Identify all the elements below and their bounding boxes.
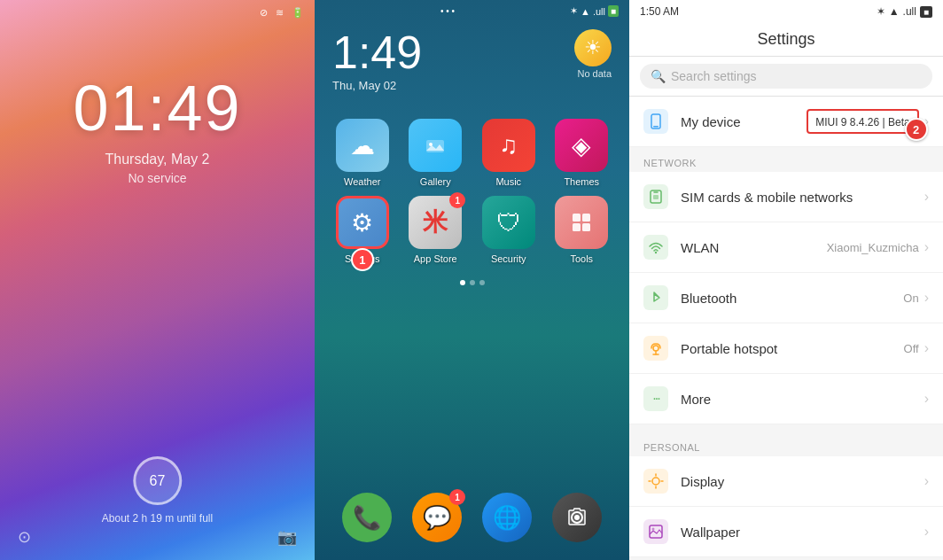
app-item-themes[interactable]: ◈ Themes	[548, 119, 617, 187]
app-item-security[interactable]: 🛡 Security	[474, 196, 543, 264]
weather-sun-icon: ☀	[574, 29, 612, 66]
more-label: More	[681, 392, 924, 407]
home-status-center: • • •	[440, 6, 455, 16]
app-label-gallery: Gallery	[420, 176, 451, 187]
settings-row-display[interactable]: Display ›	[629, 456, 943, 507]
app-item-tools[interactable]: Tools	[548, 196, 617, 264]
wallpaper-icon	[643, 519, 668, 544]
dot-2	[470, 280, 475, 285]
version-wrapper: MIUI 9 8.4.26 | Beta 2	[807, 109, 924, 134]
wlan-icon	[643, 235, 668, 260]
lock-quick-icons: ⊙ 📷	[0, 527, 315, 547]
app-item-music[interactable]: ♫ Music	[474, 119, 543, 187]
app-icon-tools	[555, 196, 608, 249]
svg-point-16	[652, 478, 659, 485]
more-icon: ···	[643, 386, 668, 411]
app-icon-themes: ◈	[555, 119, 608, 172]
dock-row: 📞 💬 1 🌐	[315, 493, 629, 542]
lock-content: 01:49 Thursday, May 2 No service	[0, 19, 315, 185]
dot-3	[479, 280, 485, 285]
app-label-security: Security	[491, 253, 526, 264]
settings-time: 1:50 AM	[640, 5, 679, 18]
messages-badge: 1	[449, 489, 465, 505]
hotspot-chevron: ›	[924, 340, 929, 356]
dock-icon-messages: 💬 1	[412, 493, 462, 542]
home-wifi-icon: ▲	[581, 6, 590, 17]
settings-screen: 1:50 AM ✶ ▲ .ull ■ Settings 🔍 Search set…	[629, 0, 943, 560]
settings-battery-icon: ■	[920, 6, 932, 18]
dock-icon-phone: 📞	[342, 493, 392, 542]
app-icon-gallery	[409, 119, 462, 172]
settings-signal-icon: .ull	[903, 5, 916, 18]
version-text: MIUI 9 8.4.26 | Beta	[815, 116, 910, 128]
home-screen: • • • ✶ ▲ .ull ■ 1:49 Thu, May 02 ☀ No d…	[315, 0, 629, 560]
app-grid: ☁ Weather Gallery ♫ Music ◈ Themes ⚙ 1 S…	[315, 92, 629, 264]
home-bt-icon: ✶	[570, 5, 578, 17]
my-device-label: My device	[681, 114, 807, 129]
svg-rect-9	[653, 126, 659, 128]
weather-status: No data	[577, 68, 612, 79]
app-item-appstore[interactable]: 米 1 App Store	[401, 196, 471, 264]
section-header-network: NETWORK	[629, 147, 943, 172]
app-label-tools: Tools	[570, 253, 593, 264]
search-bar-container[interactable]: 🔍 Search settings	[629, 57, 943, 97]
settings-row-sim[interactable]: SIM cards & mobile networks ›	[629, 172, 943, 222]
lock-bottom-section: 67 About 2 h 19 m until full	[102, 456, 213, 525]
settings-row-wallpaper[interactable]: Wallpaper ›	[629, 507, 943, 557]
charge-text: About 2 h 19 m until full	[102, 512, 213, 525]
bluetooth-label: Bluetooth	[681, 291, 903, 306]
lock-time: 01:49	[73, 72, 241, 144]
settings-row-hotspot[interactable]: Portable hotspot Off ›	[629, 323, 943, 374]
dock-item-camera[interactable]	[552, 493, 602, 542]
dock-item-messages[interactable]: 💬 1	[412, 493, 462, 542]
home-signal-icon: .ull	[593, 6, 605, 17]
lock-camera-icon: 📷	[277, 527, 297, 547]
svg-rect-4	[573, 223, 581, 231]
lock-status-bar: ⊘ ≋ 🔋	[0, 0, 315, 19]
section-header-personal: PERSONAL	[629, 432, 943, 456]
svg-point-13	[653, 346, 659, 351]
home-date: Thu, May 02	[332, 79, 422, 92]
settings-status-bar: 1:50 AM ✶ ▲ .ull ■	[629, 0, 943, 23]
home-status-dots: • • •	[440, 6, 455, 16]
step1-badge: 1	[351, 248, 374, 271]
wlan-label: WLAN	[681, 240, 827, 255]
home-status-right: ✶ ▲ .ull ■	[570, 5, 619, 17]
sim-icon	[643, 184, 668, 209]
wlan-chevron: ›	[924, 239, 929, 255]
svg-rect-5	[582, 223, 590, 231]
lock-date: Thursday, May 2	[105, 152, 210, 167]
settings-title: Settings	[629, 23, 943, 57]
settings-row-wlan[interactable]: WLAN Xiaomi_Kuzmicha ›	[629, 222, 943, 273]
bluetooth-chevron: ›	[924, 290, 929, 306]
bluetooth-value: On	[903, 292, 918, 305]
dock-item-browser[interactable]: 🌐	[482, 493, 532, 542]
app-icon-security: 🛡	[482, 196, 535, 249]
app-label-themes: Themes	[564, 176, 599, 187]
more-chevron: ›	[924, 391, 929, 407]
dock-icon-browser: 🌐	[482, 493, 532, 542]
app-item-weather[interactable]: ☁ Weather	[328, 119, 397, 187]
app-icon-weather: ☁	[336, 119, 389, 172]
app-label-weather: Weather	[344, 176, 380, 187]
dock-item-phone[interactable]: 📞	[342, 493, 392, 542]
page-dots	[315, 280, 629, 285]
app-item-gallery[interactable]: Gallery	[401, 119, 471, 187]
wallpaper-chevron: ›	[924, 524, 929, 540]
svg-point-12	[655, 252, 657, 253]
home-battery-icon: ■	[608, 5, 619, 17]
step2-badge: 2	[905, 118, 928, 141]
search-placeholder-text: Search settings	[671, 69, 922, 83]
app-item-settings[interactable]: ⚙ 1 Settings	[328, 196, 397, 264]
wlan-value: Xiaomi_Kuzmicha	[827, 241, 919, 254]
my-device-row[interactable]: My device MIUI 9 8.4.26 | Beta 2 ›	[629, 97, 943, 147]
version-box: MIUI 9 8.4.26 | Beta	[807, 109, 919, 134]
weather-widget[interactable]: ☀ No data	[574, 29, 612, 79]
app-icon-appstore: 米 1	[409, 196, 462, 249]
app-label-music: Music	[495, 176, 521, 187]
bluetooth-icon	[643, 285, 668, 310]
settings-row-bluetooth[interactable]: Bluetooth On ›	[629, 273, 943, 323]
lock-status-icons: ⊘ ≋ 🔋	[260, 7, 304, 19]
search-input-wrapper[interactable]: 🔍 Search settings	[640, 64, 932, 89]
settings-row-more[interactable]: ··· More ›	[629, 374, 943, 424]
